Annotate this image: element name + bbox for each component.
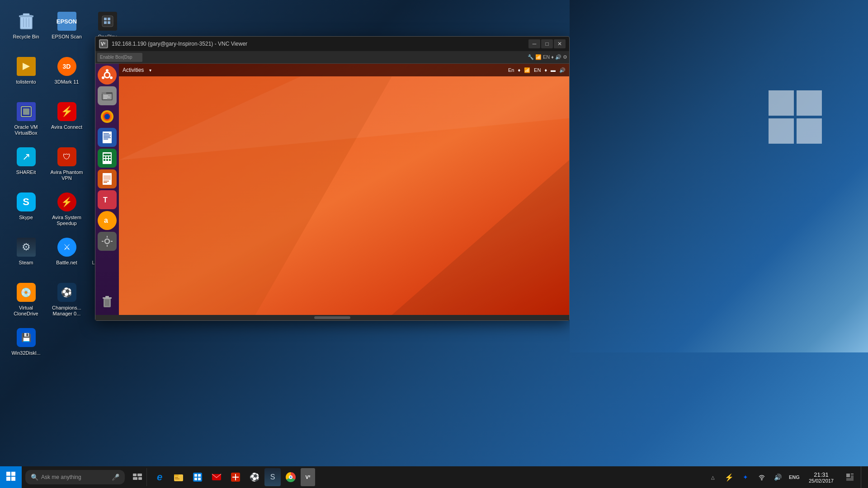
ubuntu-trash-icon[interactable] [98,292,117,311]
desktop-icon-avira-sys[interactable]: ⚡ Avira System Speedup [47,188,86,233]
vnc-title: 192.168.1.190 (gary@gary-Inspiron-3521) … [112,41,528,47]
vnc-toolbar-systray: 🔧 📶 EN ♦ 🔊 ⚙ [528,54,567,60]
desktop-icon-tolistento[interactable]: tolistento [7,52,45,97]
icon-label-oracle-vm: Oracle VM VirtualBox [9,124,43,136]
svg-rect-94 [194,478,197,480]
taskbar-steam[interactable]: S [264,468,281,486]
vnc-toolbar: Enable Box|Dsp 🔧 📶 EN ♦ 🔊 ⚙ [95,51,569,64]
svg-rect-86 [138,477,142,480]
ubuntu-lang2: EN [534,67,541,73]
icon-label-virtual-clone: Virtual CloneDrive [9,305,43,317]
desktop-icon-shareit[interactable]: ↗ SHAREit [7,142,45,188]
vnc-minimize-button[interactable]: ─ [528,39,540,48]
ubuntu-typora-icon[interactable]: T [98,190,117,209]
ubuntu-calc-icon[interactable] [98,149,117,168]
start-button[interactable] [0,466,22,488]
svg-rect-89 [175,477,178,478]
svg-rect-88 [174,474,179,476]
ubuntu-firefox-icon[interactable] [98,107,117,126]
windows-logo-icon [6,472,15,483]
desktop-icon-win32disk[interactable]: 💾 Win32Diskl... [7,323,45,368]
ubuntu-files-icon[interactable] [98,86,117,105]
vnc-close-button[interactable]: ✕ [554,39,566,48]
taskbar-clock[interactable]: 21:31 25/02/2017 [803,466,839,488]
vnc-scrollbar[interactable] [95,315,569,320]
taskbar-systray: △ ⚡ ✦ 🔊 ENG 21:31 25/02/2017 [702,466,868,488]
svg-rect-54 [104,182,107,183]
ubuntu-activities[interactable]: Activities [123,67,144,73]
desktop-icon-avira-connect[interactable]: ⚡ Avira Connect [47,97,86,142]
svg-rect-15 [23,108,29,115]
taskbar-game[interactable]: ⚽ [245,468,264,486]
systray-wifi[interactable] [755,468,769,486]
ubuntu-apps-menu[interactable]: ▾ [149,68,151,73]
svg-rect-66 [103,297,112,299]
ubuntu-settings-icon[interactable] [98,232,117,251]
taskbar-task-view[interactable] [128,468,146,486]
ubuntu-amazon-icon[interactable]: a [98,211,117,230]
svg-rect-103 [846,474,850,477]
icon-label-avira-vpn: Avira Phantom VPN [49,169,84,181]
taskbar-explorer[interactable] [170,468,188,486]
taskbar-date: 25/02/2017 [809,478,834,483]
ubuntu-bluetooth: ♦ [518,67,520,73]
desktop-icon-oracle-vm[interactable]: Oracle VM VirtualBox [7,97,45,142]
icon-label-3dmark: 3DMark 11 [55,79,79,85]
icon-label-tolistento: tolistento [16,79,36,85]
ubuntu-topbar-right: En ♦ 📶 EN ♦ ▬ 🔊 [508,67,566,73]
desktop-icon-recycle-bin[interactable]: Recycle Bin [7,7,45,52]
ubuntu-topbar: Activities ▾ En ♦ 📶 EN ♦ ▬ 🔊 [119,64,569,76]
taskbar-vnc[interactable]: V² [301,468,315,486]
systray-app1[interactable]: ✦ [738,468,753,486]
desktop-icon-epson-scan[interactable]: EPSON EPSON Scan [47,7,86,52]
systray-avira[interactable]: ⚡ [722,468,736,486]
desktop-icon-skype[interactable]: S Skype [7,188,45,233]
vnc-maximize-button[interactable]: □ [541,39,553,48]
svg-rect-43 [104,154,111,155]
svg-rect-9 [104,21,107,24]
svg-rect-80 [11,472,15,476]
windows-wallpaper-right [570,0,868,352]
taskbar-pinned-apps: e [146,468,315,486]
vnc-titlebar: V² 192.168.1.190 (gary@gary-Inspiron-352… [95,37,569,51]
svg-rect-92 [194,474,197,477]
svg-rect-76 [797,90,822,116]
svg-rect-102 [851,475,854,478]
svg-point-100 [761,479,762,481]
microphone-icon: 🎤 [112,474,119,481]
ubuntu-wifi: 📶 [524,67,530,73]
desktop-icon-battlenet[interactable]: ⚔ Battle.net [47,233,86,278]
svg-rect-39 [104,137,111,138]
desktop-icon-virtual-clone[interactable]: 💿 Virtual CloneDrive [7,278,45,323]
systray-volume[interactable]: 🔊 [771,468,785,486]
systray-lang[interactable]: ENG [787,468,802,486]
icon-label-avira-connect: Avira Connect [51,124,82,130]
ubuntu-home-icon[interactable] [98,66,117,84]
vnc-logo: V² [99,39,108,48]
desktop-icon-3dmark[interactable]: 3D 3DMark 11 [47,52,86,97]
windows-logo-hint [769,90,823,146]
taskbar-app1[interactable] [226,468,245,486]
svg-rect-30 [104,98,107,99]
svg-rect-29 [104,97,110,98]
svg-rect-26 [102,92,106,94]
taskbar-edge[interactable]: e [151,468,169,486]
ubuntu-writer-icon[interactable] [98,128,117,147]
taskbar-store[interactable] [189,468,207,486]
svg-rect-10 [108,21,110,24]
svg-rect-49 [109,159,111,161]
desktop-icon-champions[interactable]: ⚽ Champions... Manager 0... [47,278,86,323]
desktop-icon-avira-vpn[interactable]: 🛡 Avira Phantom VPN [47,142,86,188]
taskbar-search[interactable]: 🔍 Ask me anything 🎤 [25,470,125,484]
taskbar-notification[interactable] [841,466,859,488]
desktop-icon-steam[interactable]: ⚙ Steam [7,233,45,278]
svg-rect-47 [104,159,105,161]
show-desktop-button[interactable] [861,466,864,488]
ubuntu-desktop: Activities ▾ En ♦ 📶 EN ♦ ▬ 🔊 [119,64,569,315]
svg-rect-44 [104,156,105,158]
systray-show-hidden[interactable]: △ [706,468,720,486]
ubuntu-impress-icon[interactable] [98,169,117,188]
taskbar-chrome[interactable] [282,468,300,486]
taskbar-mail[interactable] [208,468,226,486]
svg-rect-101 [846,478,854,481]
